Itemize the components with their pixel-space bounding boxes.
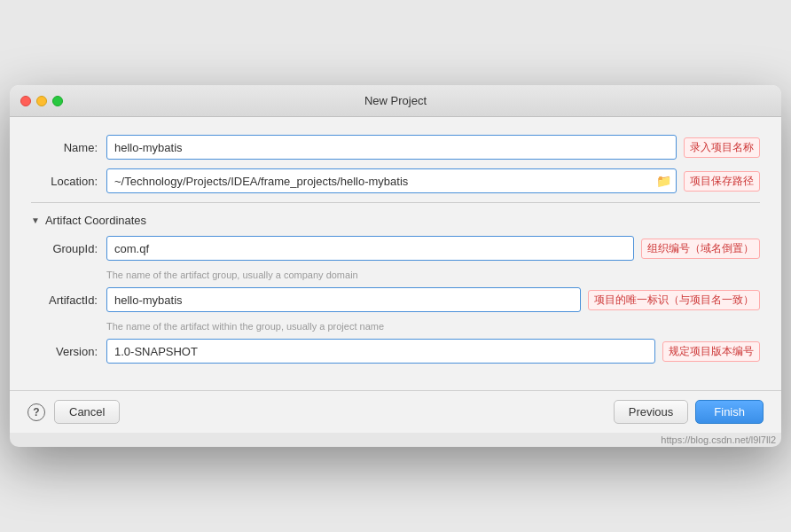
traffic-lights bbox=[20, 96, 63, 106]
dialog-content: Name: 录入项目名称 Location: 📁 项目保存路径 ▼ Artifa… bbox=[10, 117, 781, 390]
new-project-dialog: New Project Name: 录入项目名称 Location: 📁 项目保… bbox=[10, 85, 781, 447]
name-row: Name: 录入项目名称 bbox=[31, 135, 760, 160]
artifactid-annotation: 项目的唯一标识（与项目名一致） bbox=[588, 290, 760, 310]
footer-right: Previous Finish bbox=[614, 400, 764, 424]
maximize-button[interactable] bbox=[52, 96, 63, 106]
version-annotation: 规定项目版本编号 bbox=[662, 341, 760, 362]
groupid-input[interactable] bbox=[106, 236, 634, 261]
watermark: https://blog.csdn.net/l9l7ll2 bbox=[10, 433, 781, 447]
close-button[interactable] bbox=[20, 96, 31, 106]
groupid-label: GroupId: bbox=[31, 242, 106, 255]
artifact-section-header: ▼ Artifact Coordinates bbox=[31, 214, 760, 227]
help-button[interactable]: ? bbox=[27, 403, 45, 421]
folder-icon[interactable]: 📁 bbox=[656, 174, 671, 188]
groupid-annotation: 组织编号（域名倒置） bbox=[641, 239, 760, 259]
groupid-row: GroupId: 组织编号（域名倒置） bbox=[31, 236, 760, 261]
version-input[interactable] bbox=[106, 339, 655, 364]
groupid-input-wrap bbox=[106, 236, 634, 261]
name-input-wrap bbox=[106, 135, 677, 160]
version-label: Version: bbox=[31, 345, 106, 358]
minimize-button[interactable] bbox=[36, 96, 47, 106]
cancel-button[interactable]: Cancel bbox=[54, 400, 120, 424]
name-input[interactable] bbox=[106, 135, 677, 160]
finish-button[interactable]: Finish bbox=[695, 400, 764, 424]
location-label: Location: bbox=[31, 175, 106, 188]
name-label: Name: bbox=[31, 141, 106, 154]
artifactid-input[interactable] bbox=[106, 287, 581, 312]
location-input[interactable] bbox=[106, 168, 677, 193]
artifactid-hint: The name of the artifact within the grou… bbox=[106, 321, 760, 332]
groupid-hint: The name of the artifact group, usually … bbox=[106, 270, 760, 280]
separator-top bbox=[31, 202, 760, 203]
titlebar: New Project bbox=[10, 85, 781, 117]
location-row: Location: 📁 项目保存路径 bbox=[31, 168, 760, 193]
dialog-footer: ? Cancel Previous Finish bbox=[10, 390, 781, 433]
artifact-section-title: Artifact Coordinates bbox=[45, 214, 146, 227]
version-row: Version: 规定项目版本编号 bbox=[31, 339, 760, 364]
footer-left: ? Cancel bbox=[27, 400, 120, 424]
artifactid-input-wrap bbox=[106, 287, 581, 312]
artifactid-label: ArtifactId: bbox=[31, 293, 106, 307]
version-input-wrap bbox=[106, 339, 655, 364]
artifactid-row: ArtifactId: 项目的唯一标识（与项目名一致） bbox=[31, 287, 760, 312]
location-annotation: 项目保存路径 bbox=[684, 171, 760, 192]
collapse-triangle-icon[interactable]: ▼ bbox=[31, 215, 40, 225]
name-annotation: 录入项目名称 bbox=[684, 137, 760, 158]
location-input-wrap: 📁 bbox=[106, 168, 677, 193]
dialog-title: New Project bbox=[364, 94, 427, 107]
previous-button[interactable]: Previous bbox=[614, 400, 689, 424]
